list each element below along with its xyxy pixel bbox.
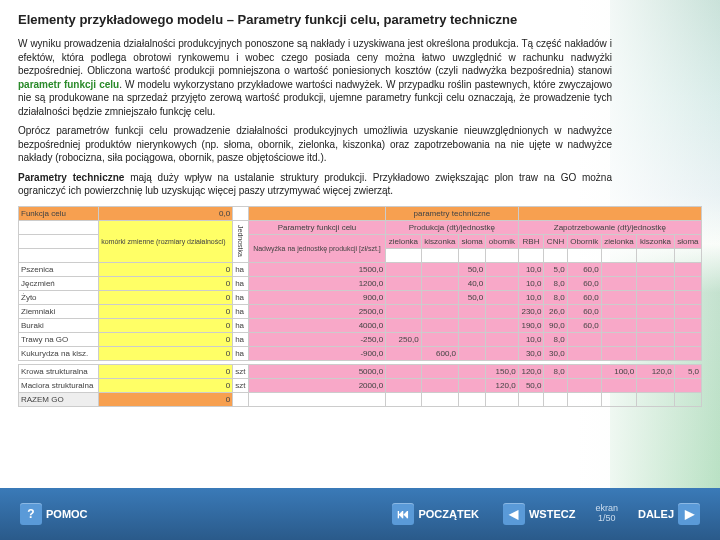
table-row: Buraki0ha4000,0190,090,060,0: [19, 318, 702, 332]
next-icon: ▶: [678, 503, 700, 525]
paragraph-3: Parametry techniczne mają duży wpływ na …: [18, 171, 702, 198]
back-icon: ◀: [503, 503, 525, 525]
table-row: Kukurydza na kisz.0ha-900,0600,030,030,0: [19, 346, 702, 360]
help-icon: ?: [20, 503, 42, 525]
wstecz-button[interactable]: ◀WSTECZ: [495, 497, 583, 531]
table-row: Krowa strukturalna0szt5000,0150,0120,08,…: [19, 364, 702, 378]
table-row: Jęczmień0ha1200,040,010,08,060,0: [19, 276, 702, 290]
page-title: Elementy przykładowego modelu – Parametr…: [18, 12, 702, 27]
pomoc-button[interactable]: ?POMOC: [12, 497, 96, 531]
ekran-counter: ekran1/50: [595, 504, 618, 524]
table-row: Trawy na GO0ha-250,0250,010,08,0: [19, 332, 702, 346]
paragraph-1: W wyniku prowadzenia działalności produk…: [18, 37, 702, 118]
table-row: Żyto0ha900,050,010,08,060,0: [19, 290, 702, 304]
first-icon: ⏮: [392, 503, 414, 525]
table-row: Maciora strukturalna0szt2000,0120,050,0: [19, 378, 702, 392]
dalej-button[interactable]: DALEJ▶: [630, 497, 708, 531]
poczatek-button[interactable]: ⏮POCZĄTEK: [384, 497, 487, 531]
table-row: Ziemniaki0ha2500,0230,026,060,0: [19, 304, 702, 318]
data-table: Funkcja celu 0,0 parametry techniczne ko…: [18, 206, 702, 407]
paragraph-2: Oprócz parametrów funkcji celu prowadzen…: [18, 124, 702, 165]
table-row: Pszenica0ha1500,050,010,05,060,0: [19, 262, 702, 276]
footer-nav: ?POMOC ⏮POCZĄTEK ◀WSTECZ ekran1/50 DALEJ…: [0, 488, 720, 540]
highlight-param: parametr funkcji celu: [18, 79, 119, 90]
